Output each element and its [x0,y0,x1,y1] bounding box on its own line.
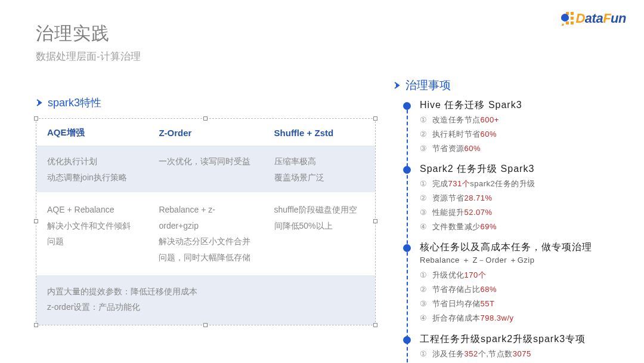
list-item: ③节省资源60% [420,141,626,156]
list-item: ②执行耗时节省60% [420,127,626,141]
resize-handle-icon[interactable] [373,219,377,223]
governance-section-title: 治理事项 [405,78,451,93]
timeline-item: Spark2 任务升级 Spark3①完成731个spark2任务的升级②资源节… [403,163,626,234]
metric-value: 69% [481,222,497,231]
metric-value: 28.71% [465,193,493,202]
resize-handle-icon[interactable] [34,219,38,223]
list-item: ①改造任务节点600+ [420,113,626,127]
cell: 压缩率极高覆盖场景广泛 [264,146,375,193]
table-row: AQE + Rebalance解决小文件和文件倾斜问题 Rebalance + … [36,192,375,275]
timeline: Hive 任务迁移 Spark3①改造任务节点600+②执行耗时节省60%③节省… [403,99,626,363]
feature-table: AQE增强 Z-Order Shuffle + Zstd 优化执行计划动态调整j… [36,119,375,325]
text: 完成 [432,179,448,188]
col-aqe: AQE增强 [36,119,148,146]
resize-handle-icon[interactable] [373,116,377,121]
text: 升级优化 [432,270,465,279]
cell: Rebalance + z-order+gzip解决动态分区小文件合并问题，同时… [148,192,263,275]
page-subtitle: 数据处理层面-计算治理 [36,50,141,63]
logo-text: DataFun. [575,11,626,26]
chevron-right-icon [36,99,43,106]
list-item: ③节省日均存储55T [420,297,626,311]
text: 节省资源 [432,144,465,153]
circled-number-icon: ② [420,130,428,139]
list-item: ①完成731个spark2任务的升级 [420,177,626,191]
text: 节省存储占比 [432,285,481,294]
metric-value: 52.07% [465,208,493,217]
timeline-dot-icon [403,166,411,174]
list-item: ①涉及任务352个,节点数3075 [420,347,626,361]
metric-value: 3075 [513,349,531,358]
metric-value: 731个 [448,179,470,188]
table-row: 优化执行计划动态调整join执行策略 一次优化，读写同时受益 压缩率极高覆盖场景… [36,146,375,193]
circled-number-icon: ④ [420,313,428,322]
col-shuffle: Shuffle + Zstd [264,119,375,146]
timeline-item: 工程任务升级spark2升级spark3专项①涉及任务352个,节点数3075②… [403,333,626,363]
table-header-row: AQE增强 Z-Order Shuffle + Zstd [36,119,375,146]
list-item: ③性能提升52.07% [420,205,626,220]
left-column: spark3特性 AQE增强 Z-Order Shuffle + Zstd 优化… [36,96,376,325]
circled-number-icon: ① [420,270,428,279]
timeline-dot-icon [403,102,411,110]
text: 个,节点数 [478,349,513,358]
text: 节省日均存储 [432,299,481,308]
cell: 一次优化，读写同时受益 [148,146,263,193]
resize-handle-icon[interactable] [34,323,38,327]
table-row: 内置大量的提效参数：降低迁移使用成本z-order设置：产品功能化 [36,275,375,325]
text: 性能提升 [432,208,465,217]
circled-number-icon: ③ [420,208,428,217]
circled-number-icon: ④ [420,222,428,231]
metric-value: 600+ [481,115,499,124]
text: 折合存储成本 [432,313,481,322]
metric-value: 68% [481,285,497,294]
text: spark2任务的升级 [470,179,535,188]
brand-logo: DataFun. [561,11,626,26]
metric-value: 798.3w/y [481,313,514,322]
governance-section-header: 治理事项 [394,78,626,93]
cell: 内置大量的提效参数：降低迁移使用成本z-order设置：产品功能化 [36,275,375,325]
resize-handle-icon[interactable] [34,116,38,121]
cell: shuffle阶段磁盘使用空间降低50%以上 [264,192,375,275]
page-title: 治理实践 [36,21,141,46]
circled-number-icon: ① [420,349,428,358]
list-item: ①升级优化170个 [420,268,626,282]
timeline-item-title: 工程任务升级spark2升级spark3专项 [420,333,626,346]
resize-handle-icon[interactable] [203,323,208,327]
text: 涉及任务 [432,349,465,358]
timeline-item-subtitle: Rebalance ＋ Z－Order ＋Gzip [420,255,626,266]
spark3-section-header: spark3特性 [36,96,376,110]
timeline-dot-icon [403,336,411,344]
metric-value: 60% [481,130,497,139]
circled-number-icon: ① [420,179,428,188]
timeline-item: Hive 任务迁移 Spark3①改造任务节点600+②执行耗时节省60%③节省… [403,99,626,156]
list-item: ②资源节省28.71% [420,191,626,205]
timeline-dot-icon [403,244,411,252]
metric-value: 352 [465,349,478,358]
timeline-item-list: ①完成731个spark2任务的升级②资源节省28.71%③性能提升52.07%… [420,177,626,234]
timeline-item-list: ①升级优化170个②节省存储占比68%③节省日均存储55T④折合存储成本798.… [420,268,626,325]
resize-handle-icon[interactable] [373,323,377,327]
metric-value: 170个 [465,270,487,279]
text: 执行耗时节省 [432,130,481,139]
text: 改造任务节点 [432,115,481,124]
col-zorder: Z-Order [148,119,263,146]
circled-number-icon: ① [420,115,428,124]
timeline-item: 核心任务以及高成本任务，做专项治理Rebalance ＋ Z－Order ＋Gz… [403,241,626,325]
list-item: ④文件数量减少69% [420,220,626,234]
timeline-item-list: ①改造任务节点600+②执行耗时节省60%③节省资源60% [420,113,626,156]
right-column: 治理事项 Hive 任务迁移 Spark3①改造任务节点600+②执行耗时节省6… [394,78,626,363]
list-item: ④折合存储成本798.3w/y [420,311,626,325]
circled-number-icon: ③ [420,299,428,308]
cell: AQE + Rebalance解决小文件和文件倾斜问题 [36,192,148,275]
list-item: ②节省存储占比68% [420,282,626,297]
timeline-item-title: 核心任务以及高成本任务，做专项治理 [420,241,626,254]
metric-value: 55T [481,299,495,308]
resize-handle-icon[interactable] [203,116,208,121]
list-item: ②专项推进中，预估年节省费用547w [420,361,626,363]
circled-number-icon: ② [420,193,428,202]
slide-header: 治理实践 数据处理层面-计算治理 [36,21,141,63]
timeline-item-list: ①涉及任务352个,节点数3075②专项推进中，预估年节省费用547w [420,347,626,363]
feature-table-container[interactable]: AQE增强 Z-Order Shuffle + Zstd 优化执行计划动态调整j… [36,118,376,325]
timeline-item-title: Spark2 任务升级 Spark3 [420,163,626,176]
metric-value: 60% [465,144,481,153]
chevron-right-icon [394,82,401,89]
